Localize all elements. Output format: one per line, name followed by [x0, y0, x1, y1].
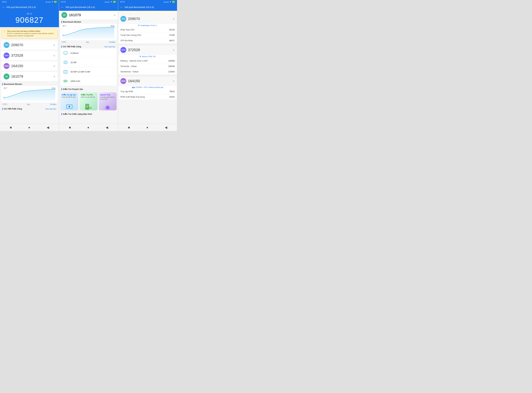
view-all-1[interactable]: Xem toàn bộ ›	[45, 108, 57, 110]
score-card-mem[interactable]: MEM 164150 ∨	[1, 61, 58, 71]
back-button-2[interactable]: ←	[61, 5, 64, 9]
badge-mem-3: MEM	[120, 78, 126, 84]
battery-change-1: 5%↓	[27, 103, 30, 105]
panel3-scroll: ... CPU 209070 ∧ ⚙ Snapdragon 8 Gen 1 Ph…	[118, 11, 177, 124]
rear-cam-icon	[63, 69, 68, 75]
hardware-title-2: Chi Tiết Phần Cứng	[63, 45, 81, 48]
back-button-3[interactable]: ←	[120, 5, 123, 9]
svg-rect-13	[64, 80, 67, 82]
front-cam-icon	[63, 59, 68, 65]
battery-hw-value: 4400 mAh	[71, 80, 80, 82]
cpu-row-2-value: 86471	[169, 39, 175, 42]
cpu-detail-section: CPU 209070 ∧ ⚙ Snapdragon 8 Gen 1 Phép T…	[118, 14, 177, 43]
temp-change-1: 7,5℃↑	[2, 103, 8, 105]
status-bar-3: 10:13 ▲▲▲ ▼ 88	[118, 0, 177, 4]
hw-item-rear-cam: 50 MP+13 MP+5 MP	[60, 67, 117, 76]
partial-ux-row[interactable]: UX 161079 ∨	[59, 11, 118, 20]
panel2-scroll: UX 161079 ∨ Benchmark Monitor 36,7° 44,2…	[59, 11, 118, 124]
page-title-2: Kết quả Benchmark (V9.3.4)	[66, 6, 116, 9]
hardware-title-1: Chi Tiết Phần Cứng	[4, 108, 22, 110]
battery-change-2: 5%↓	[86, 41, 90, 43]
cpu-score: 209070	[11, 43, 23, 47]
gpu-detail-section: GPU 372528 ∧ ⚙ Adreno (TM) 730 Refinery …	[118, 45, 177, 74]
partial-top-3: ...	[118, 11, 177, 14]
gpu-row-2: Swordsman - Vulkan 110924	[118, 69, 177, 74]
hero-section: Mi 12 906827	[0, 11, 59, 27]
battery-icon: 88	[54, 1, 57, 3]
score-card-ux[interactable]: UX 161079 ∨	[1, 72, 58, 81]
score-card-gpu[interactable]: GPU 372528 ∨	[1, 51, 58, 60]
test-card-battery[interactable]: Kiểm Tra Pin Kiểm tra mức độ hao	[80, 92, 97, 110]
hw-item-screen: 6.28inch	[60, 49, 117, 58]
mem-row-0: Truy cập RAM 76610	[118, 89, 177, 94]
status-bar-1: 10:13 ▲▲▲ ▼ 88	[0, 0, 59, 4]
battery-illustration	[80, 98, 97, 110]
nav-circle-1[interactable]: ●	[28, 126, 30, 129]
benchmark-monitor-header-2: Benchmark Monitor	[59, 20, 118, 24]
chevron-mem-3: ∧	[173, 79, 175, 83]
back-button-1[interactable]: ←	[2, 5, 5, 9]
benchmark-monitor-label-1: Benchmark Monitor	[4, 83, 22, 85]
cpu-section-header[interactable]: CPU 209070 ∧	[118, 14, 177, 24]
chart-temp-end-1: 44,2°	[52, 87, 55, 89]
gpu-row-0: Refinery - OpenGL ES3.1+AEP 155058	[118, 58, 177, 64]
mem-section-header[interactable]: MEM 164150 ∧	[118, 76, 177, 86]
test-cards-container: Kiểm tra áp lực Chạy thử độ ổn định Kiểm…	[59, 91, 118, 112]
deep-tests-label: Kiểm Tra Chuyên Sâu	[63, 88, 83, 90]
mem-score: 164150	[11, 64, 23, 68]
nav-circle-2[interactable]: ●	[87, 126, 89, 129]
detail-link-1[interactable]: Chi tiết ›	[50, 103, 57, 105]
benchmark-chart-1: 36,7° 44,2°	[1, 86, 58, 102]
mem-detail-score: 164150	[128, 79, 140, 83]
detail-link-2[interactable]: Chi tiết ›	[109, 41, 116, 43]
score-card-cpu[interactable]: CPU 209070 ∨	[1, 40, 58, 50]
cpu-row-2-name: CPU Đa Nhân	[120, 39, 133, 42]
nav-square-2[interactable]: ■	[69, 126, 71, 129]
battery-test-desc: Kiểm tra mức độ hao	[80, 96, 97, 98]
total-score: 906827	[3, 15, 56, 25]
wifi-icon-2: ▼	[110, 1, 112, 3]
wifi-icon-3: ▼	[169, 1, 171, 3]
cpu-row-0-name: Phép Toán CPU	[120, 29, 134, 31]
warning-title: This score has not been verified online	[7, 30, 56, 32]
gpu-row-1: Terracotta - Vulkan 106546	[118, 64, 177, 69]
speed-illustration	[99, 100, 117, 110]
signal-icon-2: ▲▲▲	[104, 1, 110, 3]
cpu-chip-name: ⚙ Snapdragon 8 Gen 1	[118, 24, 177, 27]
svg-point-16	[68, 106, 70, 108]
mem-detail-section: MEM 164150 ∧ ▦▦ LPDDR5 + UFS 3.x(Kết quả…	[118, 76, 177, 100]
test-card-speed[interactable]: Speed Test Accurate speed test in 30 sec…	[99, 92, 117, 110]
gpu-chip-name: ⚙ Adreno (TM) 730	[118, 55, 177, 58]
gpu-score: 372528	[11, 53, 23, 58]
divider-1	[118, 44, 177, 45]
time-3: 10:13	[120, 1, 125, 3]
gpu-row-1-name: Terracotta - Vulkan	[120, 65, 137, 68]
mem-row-0-name: Truy cập RAM	[120, 90, 133, 93]
signal-icon: ▲▲▲	[45, 1, 51, 3]
view-all-2[interactable]: Xem toàn bộ ›	[104, 46, 116, 48]
cpu-detail-score: 209070	[128, 17, 140, 21]
gpu-section-header[interactable]: GPU 372528 ∧	[118, 45, 177, 55]
nav-back-3[interactable]: ◀	[165, 125, 167, 129]
nav-square-3[interactable]: ■	[128, 126, 130, 129]
stress-illustration	[60, 98, 78, 110]
nav-back-1[interactable]: ◀	[47, 125, 49, 129]
status-bar-2: 10:13 ▲▲▲ ▼ 88	[59, 0, 118, 4]
badge-gpu: GPU	[4, 53, 10, 59]
stress-title: Kiểm tra áp lực	[60, 92, 78, 96]
nav-circle-3[interactable]: ●	[146, 126, 148, 129]
speed-test-title: Speed Test	[99, 92, 117, 96]
mem-row-1: ROM Xuất Nhập Ứng Dụng 16323	[118, 94, 177, 100]
nav-square-1[interactable]: ■	[10, 126, 12, 129]
svg-rect-12	[67, 81, 67, 81]
nav-bar-2: ■ ● ◀	[59, 124, 118, 131]
badge-cpu: CPU	[4, 42, 10, 48]
top-bar-1: ← Kết quả Benchmark (V9.3.4)	[0, 4, 59, 11]
test-card-stress[interactable]: Kiểm tra áp lực Chạy thử độ ổn định	[60, 92, 78, 110]
screen-icon	[63, 50, 68, 56]
warning-icon: ⏱	[3, 30, 6, 33]
nav-back-2[interactable]: ◀	[106, 125, 108, 129]
svg-rect-4	[64, 51, 67, 54]
mem-row-0-value: 76610	[169, 90, 175, 93]
gpu-row-2-name: Swordsman - Vulkan	[120, 71, 138, 73]
